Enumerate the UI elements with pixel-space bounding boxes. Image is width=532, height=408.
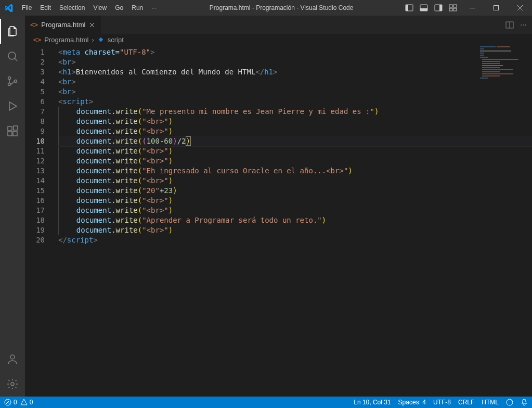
svg-rect-17 (8, 132, 12, 136)
html-file-icon: <> (33, 36, 41, 44)
svg-rect-6 (449, 5, 452, 7)
svg-rect-39 (482, 73, 513, 74)
editor-actions: ··· (505, 16, 532, 34)
svg-rect-37 (482, 69, 513, 70)
svg-rect-16 (8, 126, 12, 131)
status-indentation[interactable]: Spaces: 4 (398, 399, 426, 406)
toggle-panel-icon[interactable] (417, 0, 431, 16)
svg-point-21 (11, 382, 14, 386)
svg-rect-35 (482, 65, 503, 66)
status-eol[interactable]: CRLF (458, 399, 474, 406)
svg-rect-10 (470, 8, 475, 8)
svg-rect-25 (480, 46, 496, 47)
error-icon (4, 399, 11, 406)
minimap[interactable] (479, 45, 529, 82)
main-area: <> Programa.html ··· <> Programa.html › … (0, 16, 532, 397)
status-errors[interactable]: 0 (4, 399, 17, 406)
customize-layout-icon[interactable] (446, 0, 460, 16)
source-control-icon[interactable] (0, 69, 25, 94)
chevron-right-icon: › (92, 36, 94, 44)
warning-icon (20, 399, 28, 406)
vscode-logo-icon (0, 4, 18, 12)
editor-area: <> Programa.html ··· <> Programa.html › … (25, 16, 532, 397)
code-editor[interactable]: 1 2 3 4 5 6 7 8 9 10 11 12 13 14 15 16 1… (25, 45, 532, 397)
menu-go[interactable]: Go (111, 4, 127, 11)
svg-rect-11 (494, 6, 499, 10)
minimize-button[interactable] (460, 0, 484, 16)
status-cursor-position[interactable]: Ln 10, Col 31 (354, 399, 391, 406)
status-feedback-icon[interactable] (506, 399, 513, 406)
layout-controls (402, 0, 460, 16)
svg-rect-41 (480, 78, 488, 79)
tab-programa[interactable]: <> Programa.html (25, 16, 101, 34)
menu-more[interactable]: ··· (147, 4, 161, 11)
svg-rect-28 (480, 50, 511, 52)
html-file-icon: <> (30, 21, 38, 29)
more-actions-icon[interactable]: ··· (520, 20, 527, 30)
status-warnings[interactable]: 0 (20, 399, 33, 406)
extensions-icon[interactable] (0, 119, 25, 144)
svg-rect-36 (482, 67, 500, 68)
activity-bar (0, 16, 25, 397)
svg-rect-7 (453, 5, 457, 7)
menu-selection[interactable]: Selection (55, 4, 89, 11)
run-debug-icon[interactable] (0, 94, 25, 119)
maximize-button[interactable] (484, 0, 508, 16)
svg-point-12 (8, 52, 16, 59)
status-encoding[interactable]: UTF-8 (433, 399, 451, 406)
search-icon[interactable] (0, 44, 25, 69)
svg-rect-3 (420, 8, 427, 11)
svg-rect-1 (406, 5, 408, 11)
svg-point-14 (8, 83, 11, 86)
menu-bar: File Edit Selection View Go Run ··· (18, 4, 161, 11)
window-title: Programa.html - Programación - Visual St… (161, 4, 402, 11)
titlebar: File Edit Selection View Go Run ··· Prog… (0, 0, 532, 16)
svg-point-13 (8, 77, 11, 80)
settings-gear-icon[interactable] (0, 372, 25, 397)
menu-file[interactable]: File (18, 4, 36, 11)
breadcrumb-file[interactable]: Programa.html (44, 36, 88, 44)
split-editor-icon[interactable] (505, 21, 514, 29)
breadcrumb-symbol[interactable]: script (108, 36, 124, 44)
svg-rect-33 (482, 61, 500, 62)
toggle-primary-sidebar-icon[interactable] (402, 0, 417, 16)
line-number-gutter: 1 2 3 4 5 6 7 8 9 10 11 12 13 14 15 16 1… (25, 45, 58, 397)
tab-close-icon[interactable] (88, 21, 96, 29)
svg-rect-27 (480, 48, 484, 49)
svg-rect-38 (482, 71, 500, 72)
svg-rect-31 (480, 57, 488, 58)
svg-rect-19 (14, 126, 18, 130)
status-notifications-icon[interactable] (521, 399, 528, 406)
breadcrumb[interactable]: <> Programa.html › script (25, 34, 532, 45)
menu-edit[interactable]: Edit (36, 4, 55, 11)
code-content[interactable]: <meta charset="UTF-8"> <br> <h1>Bienveni… (58, 45, 532, 397)
svg-point-43 (507, 399, 513, 405)
tab-label: Programa.html (41, 21, 85, 29)
svg-rect-8 (449, 8, 452, 11)
svg-rect-32 (482, 59, 518, 60)
svg-point-20 (10, 355, 15, 359)
status-bar: 0 0 Ln 10, Col 31 Spaces: 4 UTF-8 CRLF H… (0, 397, 532, 408)
close-button[interactable] (508, 0, 532, 16)
svg-point-15 (15, 80, 17, 83)
svg-rect-9 (453, 8, 457, 11)
symbol-icon (97, 36, 105, 43)
svg-rect-30 (480, 55, 484, 56)
svg-rect-18 (13, 132, 17, 136)
menu-view[interactable]: View (89, 4, 111, 11)
svg-rect-26 (497, 46, 510, 47)
svg-rect-29 (480, 53, 484, 54)
status-language[interactable]: HTML (482, 399, 499, 406)
toggle-secondary-sidebar-icon[interactable] (431, 0, 446, 16)
accounts-icon[interactable] (0, 347, 25, 372)
svg-rect-40 (482, 75, 500, 76)
menu-run[interactable]: Run (127, 4, 147, 11)
svg-rect-34 (482, 63, 500, 64)
svg-rect-5 (439, 5, 442, 11)
explorer-icon[interactable] (0, 19, 25, 44)
tab-bar: <> Programa.html ··· (25, 16, 532, 34)
